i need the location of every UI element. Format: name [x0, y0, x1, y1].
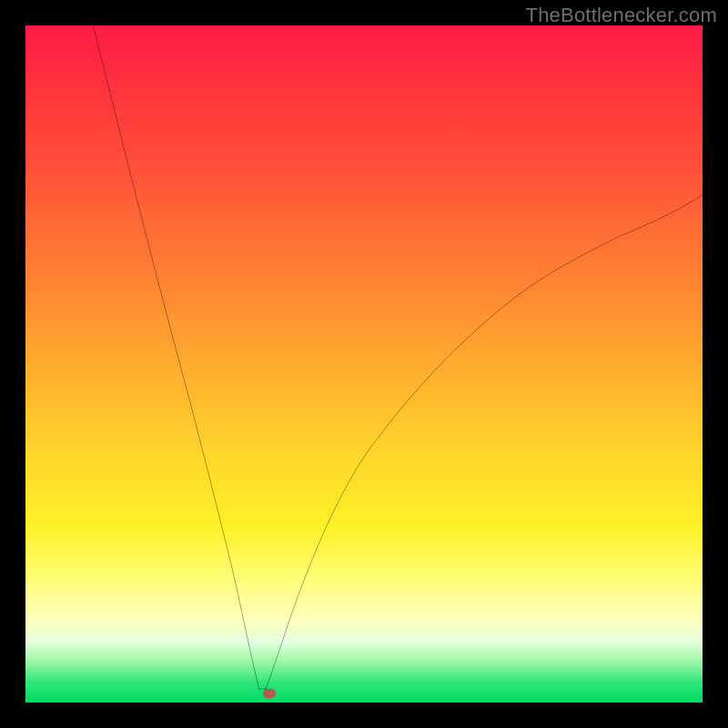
vertex-marker — [263, 689, 276, 698]
chart-frame: TheBottlenecker.com — [0, 0, 728, 728]
watermark-text: TheBottlenecker.com — [526, 4, 717, 27]
bottleneck-curve — [25, 25, 703, 703]
plot-area — [25, 25, 703, 703]
